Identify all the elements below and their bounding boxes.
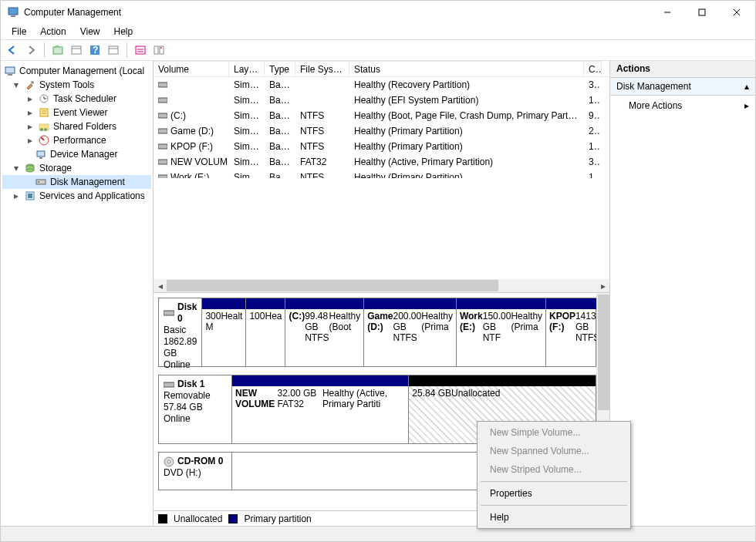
col-layout[interactable]: Layout (229, 61, 265, 76)
col-status[interactable]: Status (349, 61, 584, 76)
svg-rect-46 (158, 144, 167, 149)
tree-label: Task Scheduler (53, 93, 116, 104)
partition[interactable]: KPOP (F:)1413.01 GB NTFSHealthy (Primary… (546, 298, 596, 366)
chevron-right-icon[interactable]: ▸ (25, 94, 35, 103)
toolbar-icon-1[interactable] (49, 42, 66, 59)
partition-status: Healthy (Active, Primary Partiti (322, 388, 405, 442)
volume-row[interactable]: SimpleBasicHealthy (Recovery Partition)3… (154, 77, 609, 93)
svg-rect-47 (158, 160, 167, 164)
tree-root[interactable]: Computer Management (Local (2, 64, 151, 78)
volume-cap: 15 (584, 170, 602, 178)
volume-row[interactable]: KPOP (F:)SimpleBasicNTFSHealthy (Primary… (154, 139, 609, 154)
forward-button[interactable] (22, 42, 39, 59)
volume-fs (295, 93, 349, 108)
chevron-right-icon[interactable]: ▸ (25, 108, 35, 117)
disk-kind: Removable (164, 390, 227, 402)
partition[interactable]: (C:)99.48 GB NTFSHealthy (Boot (285, 298, 364, 366)
scroll-thumb[interactable] (167, 280, 498, 291)
disk-info[interactable]: CD-ROM 0DVD (H:) (159, 453, 232, 490)
app-window: Computer Management File Action View Hel… (0, 0, 756, 542)
toolbar-icon-2[interactable] (68, 42, 85, 59)
tools-icon (24, 79, 36, 91)
volume-row[interactable]: SimpleBasicHealthy (EFI System Partition… (154, 93, 609, 108)
scroll-left-icon[interactable]: ◂ (154, 279, 167, 292)
minimize-button[interactable] (650, 2, 684, 23)
context-new-spanned[interactable]: New Spanned Volume... (479, 442, 629, 460)
volume-fs: NTFS (295, 108, 349, 123)
partition-status: Healthy (Boot (329, 311, 360, 365)
chevron-right-icon[interactable]: ▸ (12, 191, 21, 200)
volume-status: Healthy (Boot, Page File, Crash Dump, Pr… (349, 108, 584, 123)
volume-rows: SimpleBasicHealthy (Recovery Partition)3… (154, 77, 609, 178)
disk-info[interactable]: Disk 0Basic1862.89 GBOnline (159, 298, 202, 366)
chevron-right-icon[interactable]: ▸ (25, 122, 35, 131)
volume-row[interactable]: Work (E:)SimpleBasicNTFSHealthy (Primary… (154, 170, 609, 178)
tree-task-scheduler[interactable]: ▸ Task Scheduler (2, 92, 151, 106)
context-help[interactable]: Help (479, 508, 629, 527)
menu-help[interactable]: Help (108, 25, 140, 39)
tree-storage[interactable]: ▾ Storage (2, 161, 151, 175)
partition-body: 300 MHealt (202, 309, 245, 366)
col-cap[interactable]: Ca (584, 61, 602, 76)
tree-disk-management[interactable]: Disk Management (2, 175, 151, 189)
menu-view[interactable]: View (74, 25, 106, 39)
disk-icon (164, 456, 174, 467)
scroll-right-icon[interactable]: ▸ (596, 279, 609, 292)
volume-cap: 20 (584, 123, 602, 139)
tree-device-manager[interactable]: Device Manager (2, 147, 151, 161)
volume-row[interactable]: NEW VOLUMESimpleBasicFAT32Healthy (Activ… (154, 154, 609, 170)
tree-shared-folders[interactable]: ▸ Shared Folders (2, 120, 151, 133)
col-volume[interactable]: Volume (154, 61, 229, 76)
partition[interactable]: 100Hea (246, 298, 285, 366)
tree-label: Event Viewer (53, 107, 107, 118)
help-icon[interactable]: ? (86, 42, 103, 59)
chevron-right-icon[interactable]: ▸ (25, 136, 35, 145)
close-button[interactable] (719, 2, 754, 23)
partition[interactable]: 300 MHealt (202, 298, 246, 366)
volume-type: Basic (265, 93, 295, 108)
menu-file[interactable]: File (5, 25, 32, 39)
tree-system-tools[interactable]: ▾ System Tools (2, 78, 151, 92)
volume-row[interactable]: (C:)SimpleBasicNTFSHealthy (Boot, Page F… (154, 108, 609, 123)
context-new-simple[interactable]: New Simple Volume... (479, 423, 629, 442)
maximize-button[interactable] (684, 2, 719, 23)
navigation-tree[interactable]: Computer Management (Local ▾ System Tool… (1, 61, 154, 526)
col-fs[interactable]: File System (295, 61, 349, 76)
performance-icon (38, 134, 50, 146)
chevron-down-icon[interactable]: ▾ (12, 163, 21, 173)
svg-point-52 (167, 460, 170, 463)
volume-list[interactable]: Volume Layout Type File System Status Ca… (154, 61, 609, 292)
actions-more[interactable]: More Actions ▸ (610, 96, 755, 116)
context-new-striped[interactable]: New Striped Volume... (479, 460, 629, 479)
disk-info[interactable]: Disk 1Removable57.84 GBOnline (159, 375, 232, 443)
svg-rect-1 (11, 15, 15, 17)
partition[interactable]: Game (D:)200.00 GB NTFSHealthy (Prima (364, 298, 457, 366)
volume-cap: 31 (584, 154, 602, 170)
tree-services-apps[interactable]: ▸ Services and Applications (2, 189, 151, 203)
partition[interactable]: NEW VOLUME32.00 GB FAT32Healthy (Active,… (232, 375, 409, 443)
svg-rect-34 (39, 157, 42, 159)
back-button[interactable] (4, 42, 21, 59)
svg-rect-49 (164, 311, 174, 315)
toolbar-icon-3[interactable] (105, 42, 122, 59)
col-type[interactable]: Type (265, 61, 295, 76)
toolbar-icon-5[interactable] (150, 42, 167, 59)
horizontal-scrollbar[interactable]: ◂ ▸ (154, 279, 609, 292)
chevron-down-icon[interactable]: ▾ (12, 80, 21, 89)
scroll-thumb[interactable] (598, 295, 609, 410)
actions-section[interactable]: Disk Management ▴ (610, 78, 755, 96)
partition-status: Healt (221, 311, 242, 365)
volume-status: Healthy (EFI System Partition) (349, 93, 584, 108)
tree-event-viewer[interactable]: ▸ Event Viewer (2, 106, 151, 120)
collapse-up-icon[interactable]: ▴ (744, 81, 749, 92)
volume-header[interactable]: Volume Layout Type File System Status Ca (154, 61, 609, 77)
tree-performance[interactable]: ▸ Performance (2, 133, 151, 147)
clock-icon (38, 93, 50, 105)
menu-action[interactable]: Action (34, 25, 72, 39)
menu-separator (481, 481, 627, 482)
toolbar-icon-4[interactable] (132, 42, 149, 59)
context-properties[interactable]: Properties (479, 484, 629, 503)
partition[interactable]: Work (E:)150.00 GB NTFHealthy (Prima (457, 298, 546, 366)
volume-layout: Simple (229, 139, 265, 154)
volume-row[interactable]: Game (D:)SimpleBasicNTFSHealthy (Primary… (154, 123, 609, 139)
